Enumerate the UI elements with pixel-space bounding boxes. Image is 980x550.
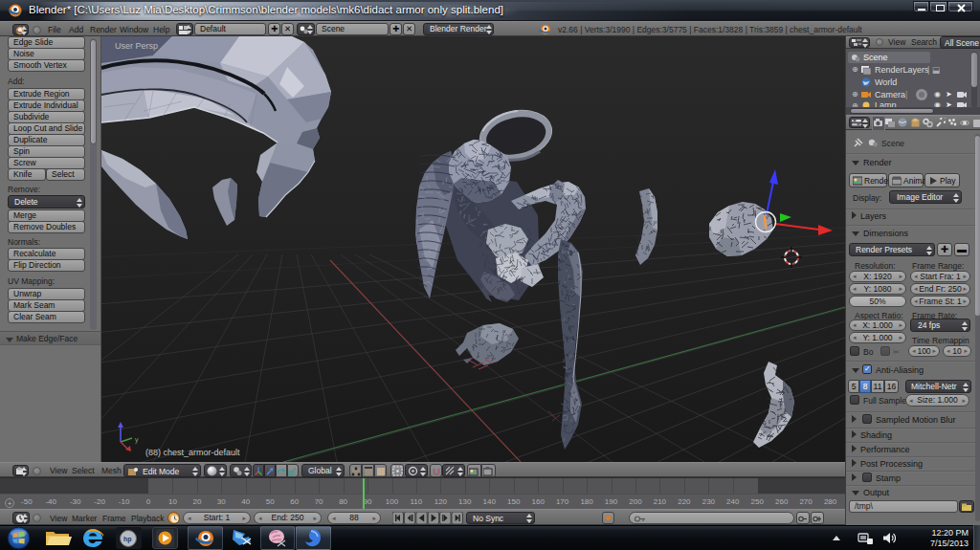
svg-text:hp: hp: [123, 536, 132, 543]
svg-text:y: y: [135, 436, 139, 444]
svg-text:(88) chest_armor-default: (88) chest_armor-default: [145, 448, 240, 457]
svg-text:User Persp: User Persp: [115, 41, 158, 51]
